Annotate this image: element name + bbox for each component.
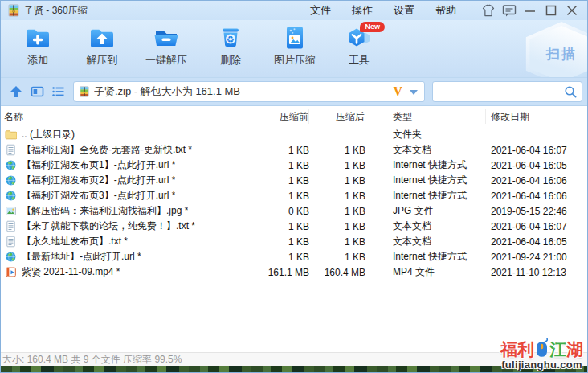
- window-title: 子贤 - 360压缩: [24, 4, 88, 18]
- txt-file-icon: [5, 220, 17, 232]
- file-row[interactable]: .. (上级目录)文件夹: [1, 127, 587, 142]
- file-name-cell: 紫贤 2021-11-09.mp4 *: [1, 265, 235, 279]
- add-folder-icon: [24, 24, 51, 51]
- one-click-extract-icon: [153, 24, 180, 51]
- file-list-panel: 名称压缩前压缩后类型修改日期 .. (上级目录)文件夹【福利江湖】全免费-无套路…: [1, 105, 587, 352]
- column-header[interactable]: 名称: [1, 109, 235, 124]
- file-type: Internet 快捷方式: [365, 250, 486, 264]
- toolbar-button-label: 工具: [349, 53, 370, 68]
- view-mode-icon[interactable]: [27, 81, 47, 102]
- toolbar-button-add-folder[interactable]: 添加: [6, 24, 70, 68]
- file-name: 【福利江湖发布页1】-点此打开.url *: [22, 158, 175, 172]
- toolbar-button-extract-to[interactable]: 解压到: [70, 24, 134, 68]
- file-row[interactable]: 紫贤 2021-11-09.mp4 *161.1 MB160.4 MBMP4 文…: [1, 264, 587, 280]
- size-after: 1 KB: [309, 221, 365, 232]
- scan-label: 扫描: [546, 45, 577, 64]
- url-file-icon: [5, 174, 17, 186]
- file-name-cell: 【福利江湖发布页3】-点此打开.url *: [1, 189, 235, 203]
- minimize-icon[interactable]: [520, 2, 541, 18]
- toolbar: 添加解压到一键解压♻删除图片压缩工具New 扫描: [1, 20, 587, 78]
- file-name: .. (上级目录): [22, 128, 75, 141]
- size-before: 161.1 MB: [235, 267, 309, 278]
- titlebar: 子贤 - 360压缩 文件操作设置帮助: [1, 1, 587, 20]
- file-row[interactable]: 【永久地址发布页】.txt *1 KB1 KB文本文档2021-06-04 16…: [1, 234, 587, 249]
- toolbar-button-label: 添加: [27, 53, 48, 68]
- chevron-down-icon[interactable]: [410, 90, 418, 95]
- toolbar-buttons: 添加解压到一键解压♻删除图片压缩工具New: [1, 20, 587, 68]
- close-icon[interactable]: [561, 2, 582, 18]
- file-date: 2021-11-10 12:13: [486, 267, 587, 278]
- column-header[interactable]: 类型: [365, 109, 486, 124]
- file-date: 2021-06-04 16:05: [486, 160, 587, 171]
- size-after: 1 KB: [309, 160, 365, 171]
- file-name-cell: 【解压密码：来福利江湖找福利】.jpg *: [1, 204, 235, 218]
- maximize-icon[interactable]: [541, 2, 561, 18]
- file-name: 【最新地址】-点此打开.url *: [22, 250, 141, 264]
- search-input[interactable]: [433, 82, 582, 101]
- file-name-cell: 【来了就能下载的论坛，纯免费！】.txt *: [1, 219, 235, 233]
- size-after: 1 KB: [309, 175, 365, 186]
- file-type: 文件夹: [365, 128, 486, 141]
- svg-text:♻: ♻: [227, 35, 235, 44]
- titlebar-controls: [478, 2, 582, 18]
- file-type: Internet 快捷方式: [365, 174, 486, 187]
- column-header[interactable]: 修改日期: [486, 109, 587, 124]
- toolbar-button-label: 图片压缩: [274, 53, 316, 68]
- url-file-icon: [5, 251, 17, 263]
- toolbar-button-delete[interactable]: ♻删除: [198, 24, 263, 68]
- size-after: 1 KB: [309, 191, 365, 202]
- file-name-cell: 【最新地址】-点此打开.url *: [1, 250, 235, 264]
- size-before: 1 KB: [235, 221, 309, 232]
- menu-item[interactable]: 设置: [383, 1, 425, 20]
- delete-icon: ♻: [217, 24, 244, 51]
- feedback-icon[interactable]: [499, 2, 520, 18]
- file-name: 【福利江湖】全免费-无套路-更新快.txt *: [22, 143, 192, 157]
- file-row[interactable]: 【福利江湖发布页1】-点此打开.url *1 KB1 KBInternet 快捷…: [1, 158, 587, 173]
- zip-app-icon: [7, 4, 20, 17]
- txt-file-icon: [5, 144, 17, 156]
- menu-item[interactable]: 文件: [300, 1, 341, 20]
- skin-icon[interactable]: [478, 2, 499, 18]
- size-after: 1 KB: [309, 252, 365, 263]
- search-icon[interactable]: [564, 85, 578, 99]
- file-name: 【永久地址发布页】.txt *: [22, 235, 128, 248]
- desktop-wallpaper-strip: [1, 366, 587, 372]
- vip-badge[interactable]: V: [393, 84, 402, 99]
- file-row[interactable]: 【福利江湖发布页2】-点此打开.url *1 KB1 KBInternet 快捷…: [1, 173, 587, 188]
- file-type: Internet 快捷方式: [365, 158, 486, 172]
- folder-icon: [5, 129, 17, 141]
- file-row[interactable]: 【来了就能下载的论坛，纯免费！】.txt *1 KB1 KB文本文档2021-0…: [1, 219, 587, 234]
- toolbar-button-label: 解压到: [87, 53, 118, 68]
- file-row[interactable]: 【最新地址】-点此打开.url *1 KB1 KBInternet 快捷方式20…: [1, 249, 587, 264]
- menu-item[interactable]: 操作: [341, 1, 383, 20]
- file-date: 2021-06-04 16:06: [486, 175, 587, 186]
- toolbar-button-tools[interactable]: 工具New: [327, 24, 391, 68]
- size-before: 1 KB: [235, 160, 309, 171]
- file-row[interactable]: 【福利江湖发布页3】-点此打开.url *1 KB1 KBInternet 快捷…: [1, 188, 587, 203]
- status-text: 大小: 160.4 MB 共 9 个文件 压缩率 99.5%: [2, 354, 182, 365]
- file-row[interactable]: 【解压密码：来福利江湖找福利】.jpg *0 KB1 KBJPG 文件2019-…: [1, 203, 587, 219]
- size-after: 1 KB: [309, 206, 365, 217]
- size-before: 1 KB: [235, 191, 309, 202]
- file-row[interactable]: 【福利江湖】全免费-无套路-更新快.txt *1 KB1 KB文本文档2021-…: [1, 142, 587, 158]
- menubar: 文件操作设置帮助: [300, 1, 467, 20]
- menu-item[interactable]: 帮助: [425, 1, 467, 20]
- size-before: 0 KB: [235, 206, 309, 217]
- toolbar-button-image-compress[interactable]: 图片压缩: [263, 24, 327, 68]
- file-name: 【解压密码：来福利江湖找福利】.jpg *: [22, 204, 188, 218]
- address-bar[interactable]: 子贤.zip - 解包大小为 161.1 MB V: [73, 81, 425, 102]
- file-name-cell: .. (上级目录): [1, 128, 235, 141]
- column-header[interactable]: 压缩前: [235, 109, 309, 124]
- toolbar-button-one-click-extract[interactable]: 一键解压: [134, 24, 198, 68]
- file-date: 2021-09-24 21:00: [486, 252, 587, 263]
- file-name-cell: 【永久地址发布页】.txt *: [1, 235, 235, 248]
- file-date: 2019-05-15 22:46: [486, 206, 587, 217]
- list-view-icon[interactable]: [47, 81, 68, 102]
- up-icon[interactable]: [6, 81, 27, 102]
- file-name: 【福利江湖发布页3】-点此打开.url *: [22, 189, 175, 203]
- file-date: 2021-06-04 16:07: [486, 221, 587, 232]
- file-type: Internet 快捷方式: [365, 189, 486, 203]
- column-header[interactable]: 压缩后: [309, 109, 365, 124]
- file-name-cell: 【福利江湖发布页1】-点此打开.url *: [1, 158, 235, 172]
- toolbar-button-label: 一键解压: [145, 53, 187, 68]
